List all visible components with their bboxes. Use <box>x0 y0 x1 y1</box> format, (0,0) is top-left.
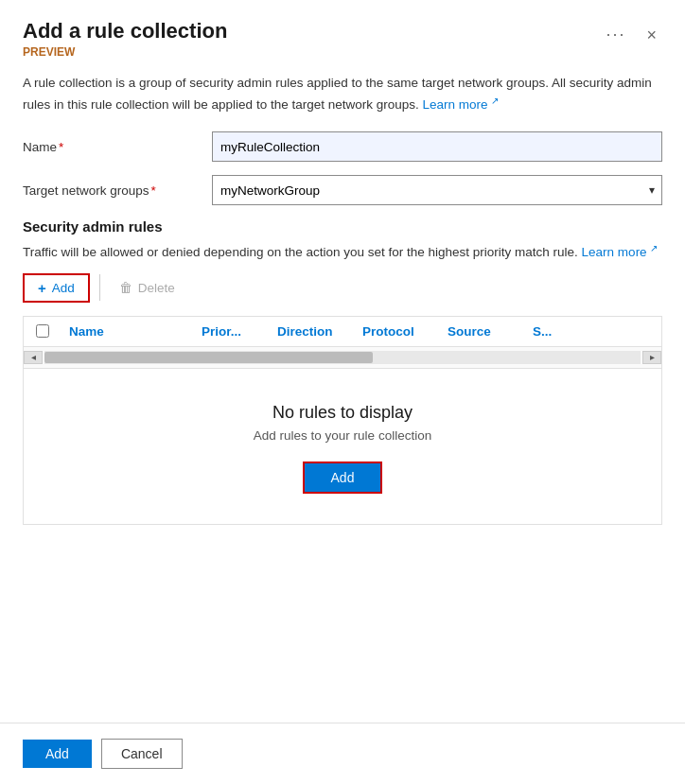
name-required: * <box>59 140 63 154</box>
panel-body: A rule collection is a group of security… <box>0 59 685 723</box>
scroll-track <box>44 351 641 364</box>
security-desc-text: Traffic will be allowed or denied depend… <box>23 245 582 259</box>
empty-add-button[interactable]: Add <box>303 462 383 494</box>
footer-add-button[interactable]: Add <box>23 740 92 768</box>
external-link-icon-2: ↗ <box>650 242 658 253</box>
panel-header: Add a rule collection PREVIEW ··· × <box>0 0 685 59</box>
horizontal-scrollbar[interactable]: ◂ ▸ <box>24 347 661 369</box>
plus-icon: + <box>38 280 46 296</box>
description-main: A rule collection is a group of security… <box>23 76 652 112</box>
network-groups-select[interactable]: myNetworkGroup <box>212 175 662 205</box>
col-name[interactable]: Name <box>61 324 194 339</box>
empty-title: No rules to display <box>272 403 413 423</box>
trash-icon: 🗑 <box>119 280 132 295</box>
learn-more-link-1[interactable]: Learn more ↗ <box>422 97 499 112</box>
col-direction[interactable]: Direction <box>270 324 355 339</box>
col-source-extra[interactable]: S... <box>525 324 563 339</box>
preview-badge: PREVIEW <box>23 45 227 59</box>
scroll-right-arrow[interactable]: ▸ <box>642 351 661 364</box>
close-button[interactable]: × <box>641 25 662 45</box>
footer-cancel-button[interactable]: Cancel <box>101 739 183 769</box>
delete-label: Delete <box>138 281 175 295</box>
table-header: Name Prior... Direction Protocol Source … <box>24 317 661 347</box>
empty-subtitle: Add rules to your rule collection <box>254 428 431 443</box>
scroll-thumb <box>44 352 373 363</box>
rules-table: Name Prior... Direction Protocol Source … <box>23 316 662 525</box>
scroll-left-arrow[interactable]: ◂ <box>24 351 43 364</box>
name-label: Name* <box>23 140 212 154</box>
header-actions: ··· × <box>600 23 662 46</box>
security-section-title: Security admin rules <box>23 218 662 235</box>
title-group: Add a rule collection PREVIEW <box>23 19 227 59</box>
learn-more-link-2[interactable]: Learn more ↗ <box>582 245 659 259</box>
col-protocol[interactable]: Protocol <box>355 324 440 339</box>
col-priority[interactable]: Prior... <box>194 324 270 339</box>
security-section-desc: Traffic will be allowed or denied depend… <box>23 240 662 262</box>
external-link-icon-1: ↗ <box>491 95 499 105</box>
page-title: Add a rule collection <box>23 19 227 44</box>
description-text: A rule collection is a group of security… <box>23 74 662 114</box>
toolbar: + Add 🗑 Delete <box>23 273 662 303</box>
empty-state: No rules to display Add rules to your ru… <box>24 369 661 524</box>
network-groups-row: Target network groups* myNetworkGroup ▾ <box>23 175 662 205</box>
name-input[interactable] <box>212 131 662 162</box>
name-field-row: Name* <box>23 131 662 162</box>
delete-rule-button[interactable]: 🗑 Delete <box>110 275 184 300</box>
select-all-checkbox[interactable] <box>36 324 49 338</box>
panel-footer: Add Cancel <box>0 723 685 784</box>
add-label: Add <box>52 281 75 295</box>
col-source[interactable]: Source <box>440 324 525 339</box>
select-all-checkbox-cell <box>24 324 61 338</box>
network-groups-select-wrapper: myNetworkGroup ▾ <box>212 175 662 205</box>
toolbar-divider <box>99 274 100 301</box>
panel: Add a rule collection PREVIEW ··· × A ru… <box>0 0 685 784</box>
network-groups-required: * <box>151 183 156 198</box>
add-rule-button[interactable]: + Add <box>23 273 90 303</box>
more-options-button[interactable]: ··· <box>600 23 631 46</box>
network-groups-label: Target network groups* <box>23 183 212 198</box>
